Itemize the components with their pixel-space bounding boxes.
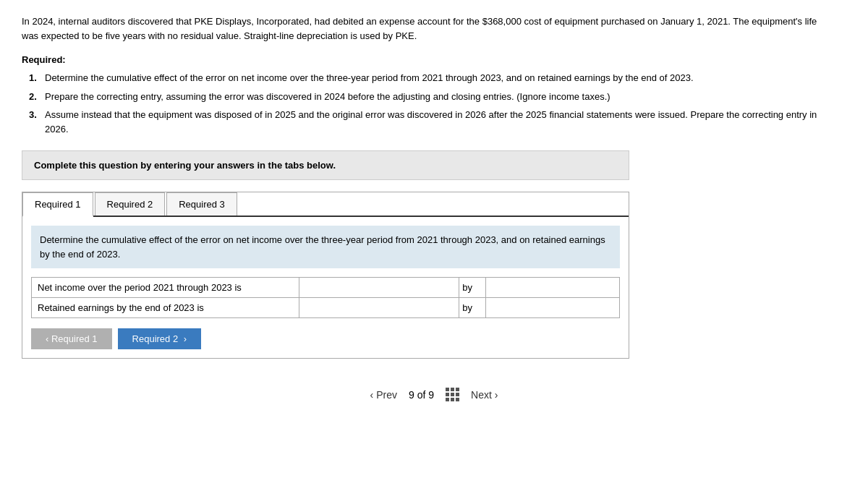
page-info: 9 of 9 (409, 389, 434, 401)
net-income-amount-field[interactable] (486, 281, 619, 294)
tab-content-area: Determine the cumulative effect of the e… (22, 217, 629, 358)
next-required-button[interactable]: Required 2 › (118, 328, 202, 349)
next-label: Next (471, 389, 492, 401)
row-1-label: Net income over the period 2021 through … (32, 278, 299, 298)
req-3-num: 3. (29, 108, 41, 136)
requirement-1: 1. Determine the cumulative effect of th… (29, 71, 825, 85)
req-3-text: Assume instead that the equipment was di… (45, 108, 825, 136)
req-1-num: 1. (29, 71, 41, 85)
row-2-amount-input[interactable] (486, 298, 620, 318)
row-2-by: by (459, 298, 486, 318)
table-row: Retained earnings by the end of 2023 is … (32, 298, 620, 318)
tab-required-1[interactable]: Required 1 (22, 192, 93, 217)
retained-earnings-amount-field[interactable] (486, 301, 619, 315)
tab-nav-buttons: ‹ Required 1 Required 2 › (31, 328, 620, 349)
row-1-amount-input[interactable] (486, 278, 620, 298)
row-2-value-input[interactable] (299, 298, 459, 318)
table-row: Net income over the period 2021 through … (32, 278, 620, 298)
requirement-2: 2. Prepare the correcting entry, assumin… (29, 90, 825, 104)
intro-paragraph: In 2024, internal auditors discovered th… (22, 14, 817, 43)
bottom-navigation: ‹ Prev 9 of 9 Next › (22, 388, 846, 401)
complete-box: Complete this question by entering your … (22, 150, 629, 180)
requirements-list: 1. Determine the cumulative effect of th… (22, 71, 846, 136)
page-of: of (417, 389, 429, 401)
req-2-text: Prepare the correcting entry, assuming t… (45, 90, 610, 104)
prev-label: Prev (376, 389, 397, 401)
required-label: Required: (22, 54, 846, 65)
req-1-text: Determine the cumulative effect of the e… (45, 71, 694, 85)
page-current: 9 (409, 389, 414, 401)
requirement-3: 3. Assume instead that the equipment was… (29, 108, 825, 136)
tabs-container: Required 1 Required 2 Required 3 Determi… (22, 192, 629, 359)
row-1-value-input[interactable] (299, 278, 459, 298)
prev-page-button[interactable]: ‹ Prev (370, 389, 397, 401)
next-req-label: Required 2 (132, 333, 179, 344)
tab-required-2[interactable]: Required 2 (95, 192, 166, 216)
req-2-num: 2. (29, 90, 41, 104)
page-total: 9 (428, 389, 434, 401)
tab-description: Determine the cumulative effect of the e… (31, 226, 620, 268)
net-income-value-field[interactable] (299, 281, 459, 294)
next-page-button[interactable]: Next › (471, 389, 498, 401)
row-1-by: by (459, 278, 486, 298)
tab-description-text: Determine the cumulative effect of the e… (40, 234, 605, 260)
complete-box-text: Complete this question by entering your … (34, 160, 336, 171)
input-table: Net income over the period 2021 through … (31, 277, 620, 318)
prev-req-label: Required 1 (51, 333, 98, 344)
retained-earnings-value-field[interactable] (299, 301, 459, 315)
tabs-header: Required 1 Required 2 Required 3 (22, 192, 629, 217)
prev-required-button[interactable]: ‹ Required 1 (31, 328, 112, 349)
row-2-label: Retained earnings by the end of 2023 is (32, 298, 299, 318)
grid-icon[interactable] (446, 388, 459, 401)
tab-required-3[interactable]: Required 3 (166, 192, 237, 216)
